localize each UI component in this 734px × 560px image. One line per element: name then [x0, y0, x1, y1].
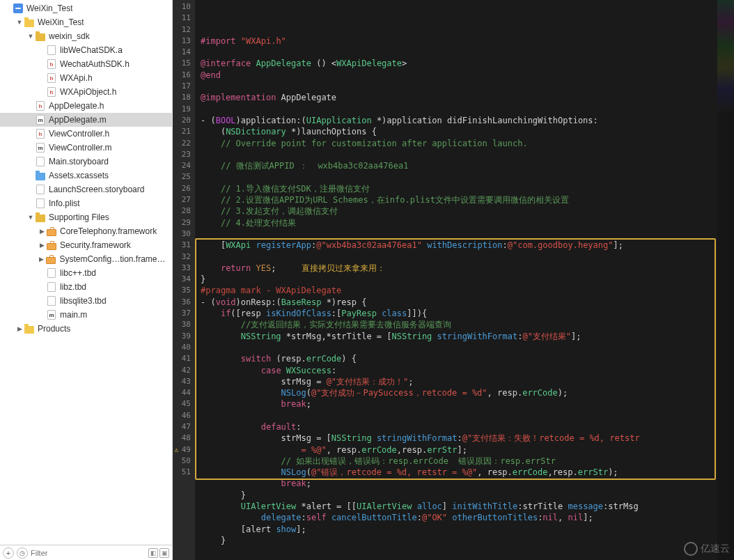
- line-number[interactable]: 34: [173, 274, 195, 285]
- code-line[interactable]: [201, 171, 715, 182]
- disclosure-triangle[interactable]: ▼: [15, 19, 24, 26]
- code-line[interactable]: // 4.处理支付结果: [201, 217, 715, 228]
- disclosure-triangle[interactable]: ▼: [26, 214, 35, 221]
- line-number[interactable]: 12: [173, 24, 195, 36]
- tree-row[interactable]: WeiXin_Test: [0, 1, 172, 15]
- code-line[interactable]: //支付返回结果，实际支付结果需要去微信服务器端查询: [201, 319, 715, 330]
- line-number[interactable]: 29: [173, 217, 195, 228]
- code-line[interactable]: NSString *strMsg,*strTitle = [NSString s…: [201, 331, 715, 342]
- code-line[interactable]: NSLog(@"支付成功－PaySuccess，retcode = %d", r…: [201, 387, 715, 398]
- line-number[interactable]: 40: [173, 342, 195, 353]
- line-number[interactable]: 10: [173, 1, 195, 13]
- code-line[interactable]: NSLog(@"错误，retcode = %d, retstr = %@", r…: [201, 467, 715, 478]
- code-line[interactable]: // 微信测试APPID ： wxb4ba3c02aa476ea1: [201, 160, 715, 171]
- line-number[interactable]: 44: [173, 387, 195, 398]
- tree-row[interactable]: Main.storyboard: [0, 155, 172, 169]
- code-line[interactable]: [201, 149, 715, 160]
- line-number[interactable]: 46: [173, 410, 195, 421]
- code-line[interactable]: delegate:self cancelButtonTitle:@"OK" ot…: [201, 512, 715, 523]
- line-number[interactable]: 23: [173, 149, 195, 160]
- line-number[interactable]: 49: [173, 444, 195, 456]
- tree-row[interactable]: hWXApiObject.h: [0, 85, 172, 99]
- line-number[interactable]: 22: [173, 138, 195, 149]
- line-number[interactable]: 41: [173, 353, 195, 364]
- line-number[interactable]: 38: [173, 319, 195, 330]
- code-line[interactable]: - (void)onResp:(BaseResp *)resp {: [201, 297, 715, 308]
- line-number[interactable]: 19: [173, 104, 195, 115]
- tree-row[interactable]: LaunchScreen.storyboard: [0, 182, 172, 196]
- code-line[interactable]: @interface AppDelegate () <WXApiDelegate…: [201, 58, 715, 69]
- code-line[interactable]: [201, 47, 715, 58]
- line-number[interactable]: 48: [173, 433, 195, 444]
- disclosure-triangle[interactable]: ▶: [38, 242, 46, 249]
- code-line[interactable]: return YES; 直接拷贝过来拿来用：: [201, 263, 715, 274]
- line-number[interactable]: 31: [173, 240, 195, 251]
- tree-row[interactable]: libWeChatSDK.a: [0, 43, 172, 57]
- disclosure-triangle[interactable]: ▼: [26, 33, 35, 40]
- line-number[interactable]: 17: [173, 81, 195, 92]
- line-number[interactable]: 15: [173, 58, 195, 69]
- line-number[interactable]: 11: [173, 13, 195, 24]
- line-number[interactable]: 30: [173, 228, 195, 240]
- filter-input[interactable]: [31, 549, 146, 557]
- line-number[interactable]: 33: [173, 263, 195, 274]
- box-filter-icon[interactable]: ▣: [159, 548, 169, 558]
- code-line[interactable]: @implementation AppDelegate: [201, 92, 715, 103]
- line-number[interactable]: 14: [173, 47, 195, 58]
- code-line[interactable]: // 2.设置微信APPID为URL Schemes，在info.plist文件…: [201, 194, 715, 205]
- line-number[interactable]: 43: [173, 376, 195, 387]
- add-button[interactable]: +: [3, 547, 14, 559]
- tree-row[interactable]: hWXApi.h: [0, 71, 172, 85]
- code-line[interactable]: if([resp isKindOfClass:[PayResp class]])…: [201, 308, 715, 319]
- line-number[interactable]: 37: [173, 308, 195, 319]
- code-line[interactable]: UIAlertView *alert = [[UIAlertView alloc…: [201, 501, 715, 512]
- code-line[interactable]: @end: [201, 70, 715, 81]
- tree-row[interactable]: libsqlite3.tbd: [0, 294, 172, 308]
- line-number[interactable]: 28: [173, 205, 195, 217]
- code-line[interactable]: (NSDictionary *)launchOptions {: [201, 126, 715, 137]
- tree-row[interactable]: ▶SystemConfig…tion.framework: [0, 252, 172, 266]
- tree-row[interactable]: mAppDelegate.m: [0, 113, 172, 127]
- code-line[interactable]: strMsg = @"支付结果：成功！";: [201, 376, 715, 387]
- disclosure-triangle[interactable]: ▶: [15, 325, 24, 332]
- code-line[interactable]: break;: [201, 398, 715, 410]
- code-line[interactable]: [201, 410, 715, 421]
- tree-row[interactable]: hWechatAuthSDK.h: [0, 57, 172, 71]
- line-number[interactable]: 51: [173, 467, 195, 478]
- disclosure-triangle[interactable]: ▶: [38, 228, 46, 235]
- line-number[interactable]: 24: [173, 160, 195, 171]
- tree-row[interactable]: mViewController.m: [0, 141, 172, 155]
- minimap[interactable]: [717, 0, 734, 560]
- disclosure-triangle[interactable]: ▶: [38, 256, 45, 263]
- tree-row[interactable]: ▼Supporting Files: [0, 210, 172, 224]
- line-number[interactable]: 25: [173, 171, 195, 182]
- tree-row[interactable]: ▶CoreTelephony.framework: [0, 224, 172, 238]
- tree-row[interactable]: hAppDelegate.h: [0, 99, 172, 113]
- file-tree[interactable]: WeiXin_Test▼WeiXin_Test▼weixin_sdklibWeC…: [0, 0, 172, 545]
- code-line[interactable]: #pragma mark - WXApiDelegate: [201, 285, 715, 296]
- line-number[interactable]: 45: [173, 398, 195, 410]
- tree-row[interactable]: libz.tbd: [0, 280, 172, 294]
- line-number[interactable]: 20: [173, 115, 195, 126]
- code-line[interactable]: }: [201, 535, 715, 546]
- line-number[interactable]: 47: [173, 421, 195, 433]
- code-line[interactable]: = %@", resp.errCode,resp.errStr];: [201, 444, 715, 456]
- line-number[interactable]: 50: [173, 456, 195, 467]
- line-number[interactable]: 39: [173, 331, 195, 342]
- code-line[interactable]: [201, 228, 715, 240]
- tree-row[interactable]: ▶Security.framework: [0, 238, 172, 252]
- code-line[interactable]: [201, 342, 715, 353]
- code-line[interactable]: switch (resp.errCode) {: [201, 353, 715, 364]
- line-number[interactable]: 16: [173, 70, 195, 81]
- tree-row[interactable]: ▶Products: [0, 322, 172, 336]
- code-line[interactable]: }: [201, 490, 715, 501]
- code-line[interactable]: // 1.导入微信支付SDK，注册微信支付: [201, 183, 715, 194]
- code-line[interactable]: [alert show];: [201, 524, 715, 535]
- code-line[interactable]: // 如果出现错误，错误码：resp.errCode 错误原因：resp.err…: [201, 456, 715, 467]
- code-line[interactable]: // 3.发起支付，调起微信支付: [201, 205, 715, 217]
- code-line[interactable]: - (BOOL)application:(UIApplication *)app…: [201, 115, 715, 126]
- code-line[interactable]: break;: [201, 478, 715, 489]
- code-line[interactable]: [WXApi registerApp:@"wxb4ba3c02aa476ea1"…: [201, 240, 715, 251]
- code-content[interactable]: #import "WXApi.h" @interface AppDelegate…: [195, 0, 717, 560]
- code-line[interactable]: }: [201, 274, 715, 285]
